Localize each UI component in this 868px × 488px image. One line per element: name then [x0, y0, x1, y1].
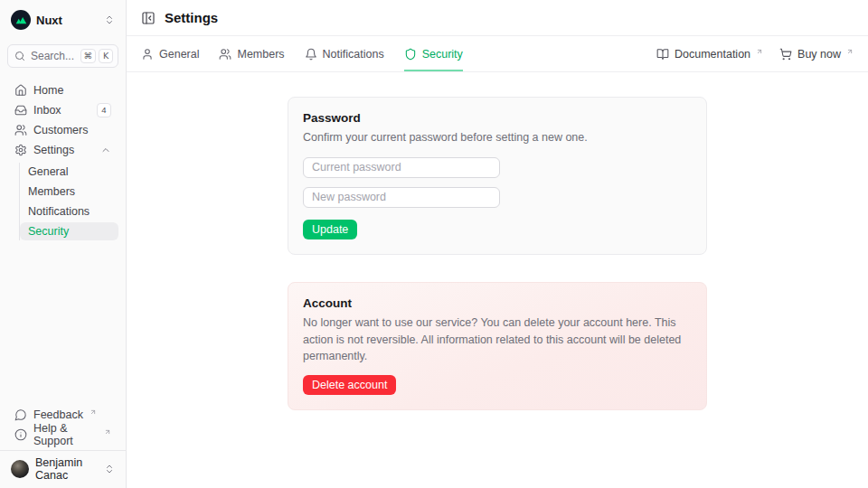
sidebar-item-label: Members	[28, 185, 75, 198]
password-card: Password Confirm your current password b…	[288, 97, 707, 255]
link-label: Documentation	[675, 48, 750, 61]
tab-label: Security	[422, 48, 463, 61]
security-content: Password Confirm your current password b…	[127, 72, 868, 488]
page-title: Settings	[165, 10, 218, 25]
shield-icon	[404, 48, 417, 61]
bell-icon	[305, 48, 317, 61]
inbox-count-badge: 4	[97, 103, 111, 117]
documentation-link[interactable]: Documentation	[656, 48, 763, 61]
sidebar-item-feedback[interactable]: Feedback	[7, 406, 118, 424]
page-header: Settings	[127, 0, 868, 36]
chevrons-up-down-icon	[104, 14, 115, 25]
sidebar-item-label: Notifications	[28, 205, 90, 218]
sidebar-item-label: Inbox	[33, 104, 61, 117]
tab-label: General	[159, 48, 199, 61]
external-link-icon	[846, 48, 854, 55]
sidebar-item-notifications[interactable]: Notifications	[20, 202, 118, 221]
sidebar-item-label: Feedback	[33, 408, 83, 421]
tab-bar-links: Documentation Buy now	[656, 48, 854, 61]
sidebar-item-customers[interactable]: Customers	[7, 121, 118, 139]
sidebar: Nuxt Search... ⌘ K Home	[0, 0, 127, 488]
account-card-description: No longer want to use our service? You c…	[303, 314, 692, 365]
shopping-cart-icon	[779, 48, 792, 61]
account-card-title: Account	[303, 296, 692, 310]
users-icon	[219, 48, 231, 61]
tab-label: Notifications	[323, 48, 384, 61]
book-open-icon	[656, 48, 669, 61]
user-avatar	[11, 460, 29, 478]
settings-subnav: General Members Notifications Security	[19, 163, 118, 240]
sidebar-item-security[interactable]: Security	[20, 222, 118, 240]
sidebar-item-home[interactable]: Home	[7, 81, 118, 99]
sidebar-item-help-support[interactable]: Help & Support	[7, 426, 118, 444]
search-placeholder: Search...	[31, 50, 75, 62]
external-link-icon	[90, 408, 97, 416]
chat-bubble-icon	[14, 408, 27, 421]
chevron-up-icon	[100, 145, 111, 155]
workspace-switcher[interactable]: Nuxt	[7, 7, 118, 33]
sidebar-item-label: Home	[33, 84, 63, 97]
home-icon	[14, 84, 27, 97]
sidebar-item-members[interactable]: Members	[20, 183, 118, 201]
new-password-input[interactable]	[303, 187, 500, 208]
inbox-icon	[14, 104, 27, 117]
sidebar-item-label: Customers	[33, 124, 88, 136]
search-shortcut: ⌘ K	[80, 49, 114, 63]
app-window: Nuxt Search... ⌘ K Home	[0, 0, 868, 488]
chevrons-up-down-icon	[104, 464, 115, 474]
users-icon	[14, 124, 27, 136]
kbd-command: ⌘	[80, 49, 97, 63]
info-circle-icon	[14, 428, 27, 441]
search-input[interactable]: Search... ⌘ K	[7, 44, 118, 68]
current-password-input[interactable]	[303, 157, 500, 178]
password-card-description: Confirm your current password before set…	[303, 129, 692, 146]
sidebar-item-settings[interactable]: Settings	[7, 141, 118, 159]
sidebar-item-label: General	[28, 165, 68, 178]
tab-bar: General Members Notifications	[127, 36, 868, 72]
tab-label: Members	[237, 48, 284, 61]
workspace-name: Nuxt	[36, 14, 62, 27]
sidebar-item-general[interactable]: General	[20, 163, 118, 181]
tab-general[interactable]: General	[141, 36, 199, 71]
sidebar-nav: Home Inbox 4 Customers Settings	[7, 81, 118, 242]
sidebar-divider	[0, 450, 126, 451]
user-menu[interactable]: Benjamin Canac	[7, 457, 118, 481]
link-label: Buy now	[797, 48, 841, 61]
sidebar-spacer	[7, 242, 118, 406]
external-link-icon	[756, 48, 763, 55]
update-password-button[interactable]: Update	[303, 220, 357, 239]
nuxt-logo-icon	[11, 10, 31, 30]
gear-icon	[14, 144, 27, 156]
buy-now-link[interactable]: Buy now	[779, 48, 854, 61]
collapse-sidebar-icon[interactable]	[141, 11, 156, 25]
kbd-k: K	[99, 49, 113, 63]
account-card: Account No longer want to use our servic…	[288, 282, 707, 410]
tabs: General Members Notifications	[141, 36, 463, 71]
tab-security[interactable]: Security	[404, 36, 463, 71]
tab-members[interactable]: Members	[219, 36, 284, 71]
search-icon	[14, 51, 25, 61]
user-name: Benjamin Canac	[35, 456, 98, 482]
main-panel: Settings General Members	[127, 0, 868, 488]
tab-notifications[interactable]: Notifications	[305, 36, 384, 71]
sidebar-footer: Feedback Help & Support	[7, 406, 118, 444]
user-icon	[141, 48, 154, 61]
sidebar-item-label: Help & Support	[33, 422, 98, 447]
password-card-title: Password	[303, 111, 692, 125]
sidebar-item-label: Settings	[33, 144, 74, 156]
delete-account-button[interactable]: Delete account	[303, 375, 396, 395]
sidebar-item-inbox[interactable]: Inbox 4	[7, 101, 118, 119]
external-link-icon	[104, 428, 111, 436]
sidebar-item-label: Security	[28, 225, 69, 238]
